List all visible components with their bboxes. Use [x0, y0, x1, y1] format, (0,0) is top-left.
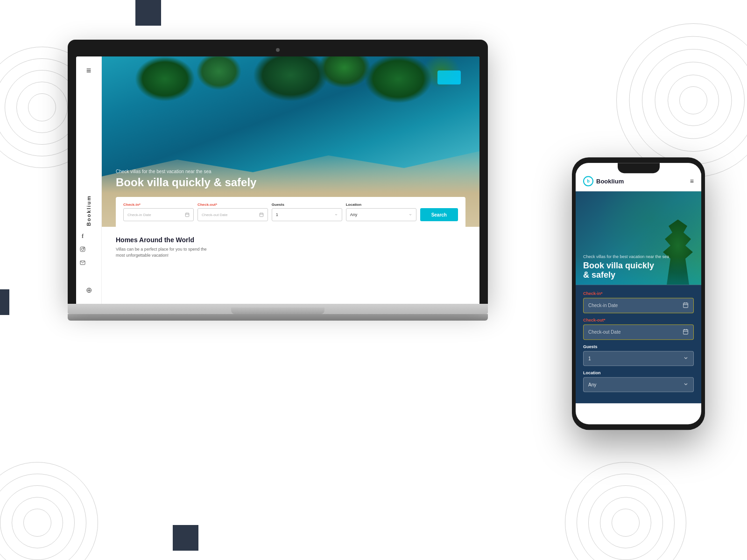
- phone-hero-text: Check villas for the best vacation near …: [583, 254, 669, 280]
- location-label: Location: [346, 203, 416, 207]
- phone-checkout-input[interactable]: Check-out Date: [583, 324, 694, 340]
- phone-hero-subtitle: Check villas for the best vacation near …: [583, 254, 669, 260]
- hero-title: Book villa quickly & safely: [116, 176, 256, 189]
- svg-rect-16: [684, 329, 688, 334]
- site-sidebar: ≡ Booklium ⊕ f: [76, 56, 102, 304]
- hero-text-overlay: Check villas for the best vacation near …: [116, 169, 256, 189]
- location-field: Location Any: [346, 203, 416, 221]
- decorative-square-2: [0, 289, 9, 315]
- guests-select[interactable]: 1: [272, 208, 342, 221]
- checkin-input[interactable]: Check-in Date: [123, 208, 194, 221]
- phone-guests-chevron-icon: [683, 355, 689, 362]
- svg-rect-8: [260, 213, 263, 217]
- phone-mockup: b Booklium ≡ Check villas for the best v…: [572, 157, 705, 430]
- section-desc: Villas can be a perfect place for you to…: [116, 246, 209, 258]
- guests-label: Guests: [272, 203, 342, 207]
- laptop-stand: [68, 314, 488, 321]
- facebook-icon[interactable]: f: [82, 233, 84, 240]
- phone-logo-text: Booklium: [596, 178, 624, 185]
- lower-section: Homes Around the World Villas can be a p…: [102, 227, 479, 304]
- phone-screen: b Booklium ≡ Check villas for the best v…: [576, 163, 701, 424]
- phone-notch: [618, 163, 660, 173]
- phone-checkin-calendar-icon: [683, 302, 689, 309]
- phone-checkout-label: Check-out*: [583, 318, 694, 322]
- sidebar-menu-icon[interactable]: ≡: [86, 66, 92, 76]
- laptop-base: [68, 304, 488, 314]
- social-links: f: [80, 233, 85, 266]
- phone-guests-group: Guests 1: [583, 344, 694, 366]
- checkout-label: Check-out*: [197, 203, 268, 207]
- phone-location-chevron-icon: [683, 381, 689, 388]
- svg-point-2: [84, 248, 85, 249]
- checkin-field: Check-in* Check-in Date: [123, 203, 194, 221]
- phone-checkout-group: Check-out* Check-out Date: [583, 318, 694, 340]
- instagram-icon[interactable]: [80, 246, 85, 253]
- site-main: Check villas for the best vacation near …: [102, 56, 479, 304]
- laptop-camera: [276, 48, 280, 52]
- phone-checkin-input[interactable]: Check-in Date: [583, 298, 694, 313]
- search-button[interactable]: Search: [420, 208, 458, 221]
- phone-location-select[interactable]: Any: [583, 377, 694, 392]
- location-select[interactable]: Any: [346, 208, 416, 221]
- phone-location-label: Location: [583, 371, 694, 375]
- decorative-square-1: [135, 0, 161, 26]
- phone-hero: Check villas for the best vacation near …: [576, 191, 701, 285]
- guests-field: Guests 1: [272, 203, 342, 221]
- svg-rect-4: [185, 213, 189, 217]
- sidebar-bottom-icon: ⊕: [86, 286, 92, 294]
- phone-checkout-calendar-icon: [683, 329, 689, 336]
- phone-checkin-label: Check-in*: [583, 291, 694, 296]
- phone-guests-select[interactable]: 1: [583, 351, 694, 366]
- section-title: Homes Around the World: [116, 236, 465, 244]
- phone-location-group: Location Any: [583, 371, 694, 392]
- phone-menu-icon[interactable]: ≡: [690, 177, 694, 185]
- phone-form: Check-in* Check-in Date Check-out* Che: [576, 285, 701, 403]
- phone-guests-label: Guests: [583, 344, 694, 349]
- phone-logo-icon: b: [583, 176, 593, 186]
- decorative-square-4: [173, 525, 198, 551]
- sidebar-logo-text: Booklium: [86, 195, 92, 226]
- phone-hero-title: Book villa quickly& safely: [583, 262, 669, 280]
- decorative-circles-bottom-right: [560, 457, 691, 560]
- phone-logo: b Booklium: [583, 176, 624, 186]
- aerial-pool: [437, 70, 461, 84]
- checkout-field: Check-out* Check-out Date: [197, 203, 268, 221]
- decorative-circles-bottom-left: [0, 457, 103, 560]
- checkin-label: Check-in*: [123, 203, 194, 207]
- svg-point-1: [82, 248, 84, 251]
- svg-rect-12: [684, 303, 688, 308]
- email-icon[interactable]: [80, 260, 85, 266]
- hero-subtitle: Check villas for the best vacation near …: [116, 169, 256, 174]
- laptop-screen: ≡ Booklium ⊕ f: [76, 56, 479, 304]
- laptop-mockup: ≡ Booklium ⊕ f: [68, 40, 488, 321]
- hero-section: Check villas for the best vacation near …: [102, 56, 479, 227]
- search-form: Check-in* Check-in Date Check-out*: [116, 197, 465, 227]
- checkout-input[interactable]: Check-out Date: [197, 208, 268, 221]
- phone-checkin-group: Check-in* Check-in Date: [583, 291, 694, 313]
